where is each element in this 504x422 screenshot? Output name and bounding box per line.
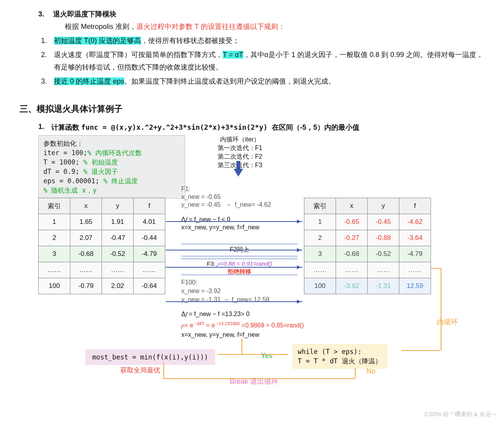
th-idx: 索引 [304, 198, 336, 214]
rule-2-a: 退火速度（即温度下降）可按最简单的指数下降方式， [54, 51, 223, 59]
while-l2: T = T * dT 退火（降温） [298, 356, 382, 366]
df2: Δ𝑓 = f_new − f =13.23> 0 [181, 309, 314, 319]
th-x: x [70, 198, 102, 214]
table-row: 22.07-0.47-0.44 [39, 230, 165, 246]
right-table: 索引xyf 1-0.65-0.45-4.62 2-0.27-0.88-3.64 … [304, 198, 431, 294]
while-l1: while (T > eps): [298, 347, 382, 356]
rule-2: 2. 退火速度（即温度下降）可按最简单的指数下降方式，T = αT，其中α是小于… [39, 48, 484, 73]
rule-1-rest: ，使得所有转移状态都被接受； [141, 37, 239, 45]
eq-block: Δ𝑓 = f_new − f =13.23> 0 𝑝= e −Δf⁄T = e … [181, 309, 314, 340]
table-row: 2-0.27-0.88-3.64 [304, 230, 431, 246]
iter-2: 第二次迭代：F2 [177, 152, 302, 161]
example-num: 1. [38, 123, 44, 132]
orange-line-icon [441, 268, 441, 350]
f1-block: F1: x_new = -0.65 y_new = -0.45→f_new= -… [181, 185, 271, 231]
watermark: CSDN @ ^ 哪来的 & 永远～ [424, 411, 497, 418]
rule-2-num: 2. [39, 48, 47, 73]
table-row: …………………… [39, 262, 165, 278]
f100-block: F100: x_new = -3.92 y_new = -1.31→f_new=… [181, 278, 302, 304]
orange-line-icon [355, 368, 356, 379]
global-opt-label: 获取全局最优 [120, 366, 160, 375]
rule-2-hl: T = αT [223, 51, 243, 59]
f100-f: f_new= 12.59 [232, 295, 270, 304]
heading-3-num: 3. [38, 10, 44, 18]
f1-label: F1: [181, 185, 271, 193]
rule-3-num: 3. [39, 75, 47, 88]
metropolis-line: 根据 Metropolis 准则，退火过程中对参数 T 的设置往往遵循以下规则： [65, 20, 484, 33]
metropolis-a: 根据 Metropolis 准则， [65, 23, 136, 30]
params-l2b: % 初始温度 [83, 158, 118, 166]
f1-assign: x=x_new, y=y_new, f=f_new [181, 224, 271, 231]
params-l1b: % 内循环迭代次数 [88, 149, 142, 157]
most-best-box: most_best = min(f(x(i),y(i))) [85, 349, 215, 365]
rule-1: 1. 初始温度 T(0) 应选的足够高，使得所有转移状态都被接受； [39, 34, 484, 47]
rule-1-num: 1. [39, 34, 47, 47]
while-box: while (T > eps): T = T * dT 退火（降温） [292, 344, 387, 369]
p-line: 𝑝= e −Δf⁄T = e −13.23⁄1000 =0.9869 > 0.8… [181, 319, 314, 330]
rule-1-hl: 初始温度 T(0) 应选的足够高 [54, 37, 141, 45]
f1-x: x_new = -0.65 [181, 193, 221, 200]
th-y: y [368, 198, 399, 214]
rule-3-hl: 接近 0 的终止温度 eps [54, 77, 124, 85]
th-idx: 索引 [39, 198, 70, 214]
orange-line-icon [402, 350, 441, 351]
params-l4a: eps = 0.00001; [43, 177, 104, 185]
arrow-2-icon [166, 250, 302, 250]
example-heading: 1. 计算函数 func = @(x,y)x.^2+y.^2+3*sin(2*x… [38, 123, 484, 132]
orange-line-icon [218, 354, 288, 355]
arrow-3-icon [166, 267, 302, 268]
example-b: 在区间（-5，5）内的最小值 [272, 123, 359, 131]
params-l5: % 随机生成 x，y [43, 186, 180, 195]
table-row: 3-0.68-0.52-4.79 [39, 246, 165, 262]
rule-3-rest: 。如果温度下降到终止温度或者达到用户设定的阈值，则退火完成。 [124, 77, 335, 85]
params-l3a: dT = 0.9; [43, 168, 83, 175]
th-x: x [336, 198, 368, 214]
arrow-1-icon [166, 221, 302, 222]
params-l3b: % 退火因子 [83, 168, 118, 175]
example-a: 计算函数 [51, 123, 81, 131]
table-row: …………………… [304, 262, 431, 278]
params-l1a: iter = 100; [43, 149, 88, 157]
yes-label: Yes [261, 352, 272, 360]
f3-a: F3: [207, 260, 217, 267]
f1-y: y_new = -0.45 [181, 201, 221, 209]
diagram: 参数初始化： iter = 100;% 内循环迭代次数 T = 1000; % … [38, 135, 488, 385]
table-row: 100-3.92-1.3112.59 [304, 278, 431, 294]
inner-loop-label: 内循环 [437, 317, 458, 327]
rule-3: 3. 接近 0 的终止温度 eps。如果温度下降到终止温度或者达到用户设定的阈值… [39, 75, 484, 88]
th-f: f [134, 198, 165, 214]
params-l4b: % 终止温度 [104, 177, 138, 185]
f1-f: f_new= -4.62 [235, 201, 271, 209]
f3-p: 𝑝=0.88 < 0.91=rand() [217, 260, 272, 267]
doc-top: 3. 退火即温度下降模块 根据 Metropolis 准则，退火过程中对参数 T… [20, 8, 484, 88]
assign2: x=x_new, y=y_new, f=f_new [181, 330, 314, 340]
section-heading-3: 三、模拟退火具体计算例子 [20, 103, 484, 115]
table-row: 3-0.68-0.52-4.79 [304, 246, 431, 262]
orange-line-icon [163, 378, 355, 379]
th-y: y [102, 198, 134, 214]
heading-3-text: 退火即温度下降模块 [53, 10, 116, 18]
params-l2a: T = 1000; [43, 158, 83, 166]
f100-y: y_new = -1.31 [181, 295, 221, 304]
orange-line-icon [241, 338, 242, 354]
metropolis-b: 退火过程中对参数 T 的设置往往遵循以下规则： [136, 23, 285, 30]
f1-df: Δ𝑓 = f_new − f < 0 [181, 216, 271, 224]
f100-x: x_new = -3.92 [181, 287, 302, 295]
params-title: 参数初始化： [43, 139, 180, 148]
iter-1: 第一次迭代：F1 [177, 144, 302, 152]
th-f: f [399, 198, 431, 214]
heading-3: 3. 退火即温度下降模块 [38, 8, 484, 20]
arrow-4-icon [166, 301, 302, 302]
iter-title: 内循环（iter） [177, 135, 302, 144]
params-box: 参数初始化： iter = 100;% 内循环迭代次数 T = 1000; % … [38, 135, 185, 198]
table-row: 11.651.914.01 [39, 214, 165, 230]
table-row: 1-0.65-0.45-4.62 [304, 214, 431, 230]
no-label: No [366, 367, 375, 376]
table-row: 100-0.792.02-0.64 [39, 278, 165, 294]
orange-line-icon [431, 268, 441, 269]
arrow-down-icon [234, 169, 243, 181]
left-table: 索引xyf 11.651.914.01 22.07-0.47-0.44 3-0.… [38, 198, 165, 294]
orange-line-icon [163, 363, 164, 378]
f3-refuse: 拒绝转移 [181, 268, 298, 275]
example-code: func = @(x,y)x.^2+y.^2+3*sin(2*x)+3*sin(… [81, 123, 272, 131]
